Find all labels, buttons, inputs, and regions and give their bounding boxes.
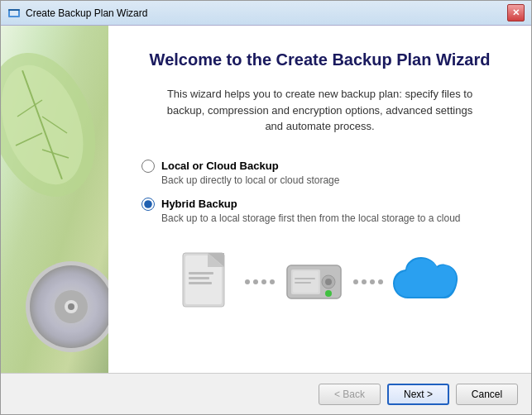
svg-rect-20 xyxy=(189,277,209,279)
cd-decoration xyxy=(22,257,108,356)
close-button[interactable]: ✕ xyxy=(507,4,525,21)
window-icon xyxy=(7,7,21,20)
option-local-cloud-row: Local or Cloud Backup xyxy=(141,160,498,173)
svg-rect-1 xyxy=(10,11,18,16)
dot xyxy=(353,279,358,284)
next-button[interactable]: Next > xyxy=(387,384,449,405)
bottom-bar: < Back Next > Cancel xyxy=(1,373,531,414)
dot xyxy=(362,279,367,284)
window-title: Create Backup Plan Wizard xyxy=(26,7,507,19)
svg-rect-2 xyxy=(8,9,20,11)
wizard-description: This wizard helps you to create new back… xyxy=(141,86,498,135)
option-local-cloud-label: Local or Cloud Backup xyxy=(161,160,279,172)
dot xyxy=(270,279,275,284)
dot xyxy=(370,279,375,284)
option-hybrid-label: Hybrid Backup xyxy=(161,198,237,210)
sidebar xyxy=(1,26,108,373)
dot xyxy=(253,279,258,284)
dot xyxy=(261,279,266,284)
backup-diagram xyxy=(141,249,498,315)
content-area: Welcome to the Create Backup Plan Wizard… xyxy=(1,26,531,373)
title-bar: Create Backup Plan Wizard ✕ xyxy=(1,1,531,26)
wizard-title: Welcome to the Create Backup Plan Wizard xyxy=(141,50,498,69)
svg-point-14 xyxy=(68,303,74,310)
options-area: Local or Cloud Backup Back up directly t… xyxy=(141,160,498,224)
svg-point-28 xyxy=(325,290,332,297)
main-content: Welcome to the Create Backup Plan Wizard… xyxy=(108,26,531,373)
radio-hybrid[interactable] xyxy=(141,198,155,211)
svg-point-27 xyxy=(325,279,332,285)
cloud-icon xyxy=(391,253,462,311)
option-local-cloud: Local or Cloud Backup Back up directly t… xyxy=(141,160,498,186)
hdd-icon xyxy=(283,253,345,311)
option-hybrid: Hybrid Backup Back up to a local storage… xyxy=(141,198,498,224)
leaf-decoration xyxy=(1,42,100,208)
svg-rect-29 xyxy=(295,278,315,279)
option-local-cloud-desc: Back up directly to local or cloud stora… xyxy=(161,174,498,186)
dot xyxy=(245,279,250,284)
option-hybrid-desc: Back up to a local storage first then fr… xyxy=(161,212,498,224)
dots-1 xyxy=(245,279,275,284)
wizard-window: Create Backup Plan Wizard ✕ xyxy=(0,0,532,415)
option-hybrid-row: Hybrid Backup xyxy=(141,198,498,211)
svg-rect-30 xyxy=(295,282,311,284)
svg-rect-21 xyxy=(189,282,212,284)
back-button[interactable]: < Back xyxy=(319,384,381,405)
radio-local-cloud[interactable] xyxy=(141,160,155,173)
dots-2 xyxy=(353,279,383,284)
svg-rect-19 xyxy=(189,272,213,274)
dot xyxy=(378,279,383,284)
cancel-button[interactable]: Cancel xyxy=(456,384,518,405)
file-icon xyxy=(179,249,237,315)
